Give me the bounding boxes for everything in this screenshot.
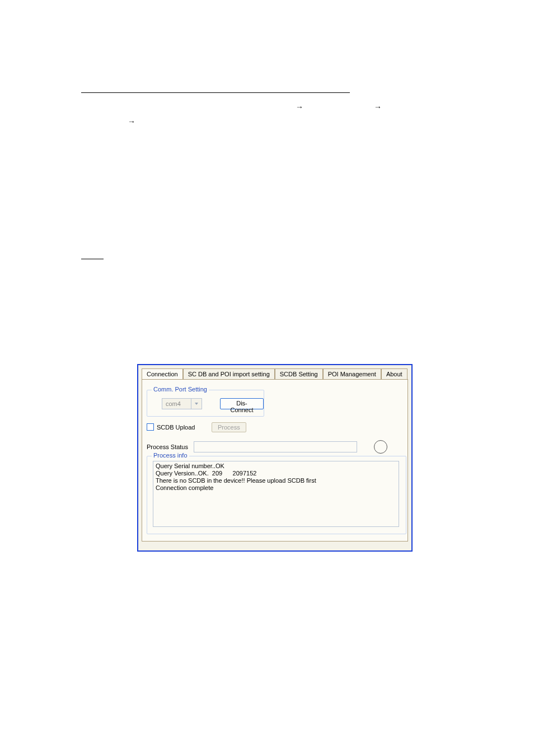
doc-arrow-1: →	[296, 102, 303, 111]
group-title-commport: Comm. Port Setting	[152, 386, 209, 393]
scdb-upload-row: SCDB Upload	[147, 423, 195, 431]
tab-scdb-setting[interactable]: SCDB Setting	[275, 368, 323, 379]
tab-scdb-import[interactable]: SC DB and POI import setting	[183, 368, 275, 379]
process-info-log: Query Serial number..OK Query Version..O…	[153, 461, 399, 527]
tabstrip: Connection SC DB and POI import setting …	[138, 365, 411, 379]
scdb-upload-checkbox[interactable]	[147, 423, 154, 431]
com-port-value: com4	[166, 400, 181, 407]
scdb-upload-label: SCDB Upload	[157, 424, 195, 431]
process-status-label: Process Status	[147, 444, 188, 450]
doc-arrow-3: →	[128, 117, 135, 126]
doc-underline-short	[81, 259, 104, 259]
app-window: Connection SC DB and POI import setting …	[137, 364, 413, 552]
com-port-select[interactable]: com4	[162, 398, 202, 409]
doc-underline	[81, 92, 350, 93]
process-status-bar	[194, 441, 357, 452]
disconnect-button[interactable]: Dis-Connect	[220, 398, 264, 409]
process-button[interactable]: Process	[212, 422, 246, 432]
tab-connection[interactable]: Connection	[142, 368, 183, 379]
status-indicator-icon	[374, 440, 387, 454]
doc-arrow-2: →	[374, 102, 382, 111]
group-title-procinfo: Process info	[152, 452, 189, 459]
tab-panel-connection: Comm. Port Setting com4 Dis-Connect SCDB…	[142, 379, 408, 542]
tab-poi-management[interactable]: POI Management	[323, 368, 381, 379]
chevron-down-icon	[191, 399, 202, 409]
group-comm-port-setting: Comm. Port Setting com4 Dis-Connect	[147, 390, 264, 417]
group-process-info: Process info Query Serial number..OK Que…	[147, 456, 406, 534]
tab-about[interactable]: About	[381, 368, 407, 379]
